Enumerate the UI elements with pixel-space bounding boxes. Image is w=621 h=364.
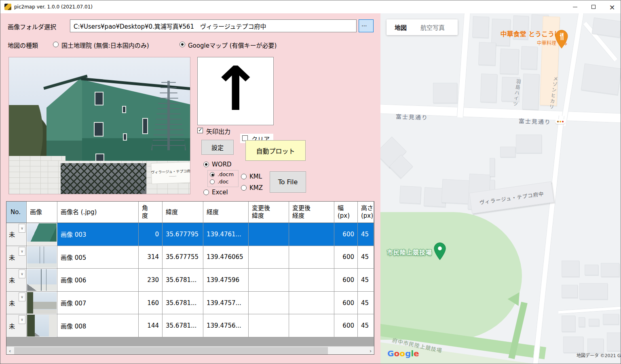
col-header-newlng[interactable]: 変更後 経度 — [289, 202, 334, 223]
map-building — [603, 314, 619, 324]
scroll-right-button[interactable]: › — [367, 347, 374, 355]
height-cell: 45 — [358, 223, 374, 246]
horizontal-scrollbar[interactable]: ‹ › — [6, 346, 374, 354]
row-combo-button[interactable]: ∨ — [19, 315, 25, 324]
height-cell: 45 — [358, 246, 374, 269]
minimize-button[interactable] — [566, 0, 584, 13]
radio-doc[interactable] — [210, 179, 215, 184]
settings-button[interactable]: 設定 — [201, 140, 234, 155]
chevron-down-icon: ∨ — [21, 249, 23, 253]
map-canvas[interactable]: 羽島ハイツ メゾンヒカリ 中華食堂 とうこうけん 中華料理・$$ 富士見通り 富… — [380, 13, 621, 364]
maximize-button[interactable] — [584, 0, 603, 13]
restaurant-pin-icon[interactable] — [554, 29, 569, 49]
photo-sign-text: ヴィラージュ・テプコ府中 — [151, 168, 190, 175]
row-combo-button[interactable]: ∨ — [19, 247, 25, 256]
col-header-lng[interactable]: 経度 — [203, 202, 249, 223]
logo-letter: l — [411, 349, 414, 358]
chevron-right-icon: › — [370, 348, 372, 354]
table-header-row: No. 画像 画像名 (.jpg) 角 度 緯度 経度 変更後 緯度 変更後 経… — [6, 202, 374, 223]
col-header-image[interactable]: 画像 — [27, 202, 57, 223]
lat-cell: 35.6781... — [163, 314, 203, 337]
tab-map[interactable]: 地図 — [395, 23, 407, 32]
lat-cell: 35.6781... — [163, 269, 203, 292]
thumbnail-image — [27, 223, 57, 245]
col-header-no[interactable]: No. — [6, 202, 27, 223]
arrow-output-checkbox[interactable] — [197, 128, 203, 133]
map-label-road-right: 富士見通り — [519, 117, 551, 126]
thumbnail-cell — [27, 223, 57, 246]
to-file-button[interactable]: To File — [270, 171, 306, 193]
col-header-angle[interactable]: 角 度 — [139, 202, 163, 223]
map-building — [607, 332, 621, 351]
map-building — [490, 158, 495, 177]
row-combo-button[interactable]: ∨ — [19, 269, 25, 278]
auto-plot-button[interactable]: 自動プロット — [245, 140, 306, 161]
angle-cell: 0 — [139, 223, 163, 246]
radio-kmz-label: KMZ — [249, 184, 263, 191]
folder-path-input[interactable] — [70, 19, 357, 32]
new-lat-cell — [249, 223, 289, 246]
thumbnail-image — [27, 292, 57, 314]
map-building — [585, 265, 598, 275]
radio-gsi[interactable] — [53, 42, 59, 47]
table-row[interactable]: 未∨ 画像 008 144 35.6781... 139.4756... 600… — [6, 314, 374, 337]
map-building — [500, 147, 515, 157]
radio-googlemap-label: Googleマップ (有償キーが必要) — [188, 41, 277, 49]
lat-cell: 35.6781... — [163, 292, 203, 315]
image-name-cell: 画像 003 — [57, 223, 139, 246]
height-cell: 45 — [358, 314, 374, 337]
table-row[interactable]: 未∨ 画像 003 0 35.677795 139.4761... 600 45 — [6, 223, 374, 246]
map-building — [441, 179, 472, 204]
col-header-name[interactable]: 画像名 (.jpg) — [57, 202, 139, 223]
radio-word[interactable] — [203, 162, 209, 167]
map-building — [589, 319, 599, 326]
photo-window — [122, 106, 126, 113]
angle-cell: 314 — [139, 246, 163, 269]
col-header-newlat[interactable]: 変更後 緯度 — [249, 202, 289, 223]
chevron-down-icon: ∨ — [21, 272, 23, 276]
row-combo-button[interactable]: ∨ — [19, 224, 25, 233]
col-header-lat[interactable]: 緯度 — [163, 202, 203, 223]
table-row[interactable]: 未∨ 画像 007 160 35.6781... 139.4757... 600… — [6, 292, 374, 315]
chevron-left-icon: ‹ — [9, 348, 11, 354]
radio-googlemap[interactable] — [180, 42, 185, 47]
table-row[interactable]: 未∨ 画像 005 314 35.677755 139.476065 600 4… — [6, 246, 374, 269]
radio-docm[interactable] — [210, 172, 215, 177]
row-combo-button[interactable]: ∨ — [19, 292, 25, 301]
map-label-road-left: 富士見通り — [396, 112, 429, 122]
radio-docm-label: .docm — [218, 171, 234, 177]
radio-kml[interactable] — [241, 174, 247, 179]
map-building — [562, 285, 578, 298]
col-header-height[interactable]: 高さ (px) — [358, 202, 374, 223]
radio-excel[interactable] — [203, 189, 209, 195]
map-building — [581, 63, 621, 95]
photo-sign-subtext: ────── — [169, 175, 176, 177]
radio-kmz[interactable] — [241, 185, 247, 191]
scroll-left-button[interactable]: ‹ — [6, 347, 13, 355]
google-logo[interactable]: Google — [387, 349, 419, 358]
map-building — [563, 337, 583, 353]
map-building — [587, 339, 604, 353]
photo-window — [95, 92, 104, 105]
photo-gate — [61, 163, 149, 194]
chevron-down-icon: ∨ — [21, 295, 23, 299]
tab-satellite[interactable]: 航空写真 — [420, 23, 445, 32]
window-title: pic2map ver. 1.0.0 (2021.07.01) — [14, 4, 93, 10]
col-header-width[interactable]: 幅 (px) — [334, 202, 358, 223]
map-type-switcher: 地図 航空写真 — [387, 19, 458, 35]
table-row[interactable]: 未∨ 画像 006 230 35.6781... 139.47596 600 4… — [6, 269, 374, 292]
width-cell: 600 — [334, 223, 358, 246]
browse-button[interactable]: ... — [359, 19, 374, 32]
image-name-cell: 画像 005 — [57, 246, 139, 269]
height-cell: 45 — [358, 292, 374, 315]
app-window: pic2map ver. 1.0.0 (2021.07.01) × 画像フォルダ… — [0, 0, 621, 364]
row-status-cell: 未∨ — [6, 292, 27, 315]
photo-window — [142, 118, 148, 134]
scrollbar-thumb[interactable] — [14, 347, 328, 354]
angle-cell: 144 — [139, 314, 163, 337]
new-lng-cell — [289, 269, 334, 292]
close-button[interactable]: × — [603, 0, 621, 13]
stadium-pin-icon[interactable] — [433, 242, 447, 261]
transit-stop-icon[interactable] — [555, 119, 566, 124]
up-arrow-icon: ↑ — [209, 59, 262, 119]
